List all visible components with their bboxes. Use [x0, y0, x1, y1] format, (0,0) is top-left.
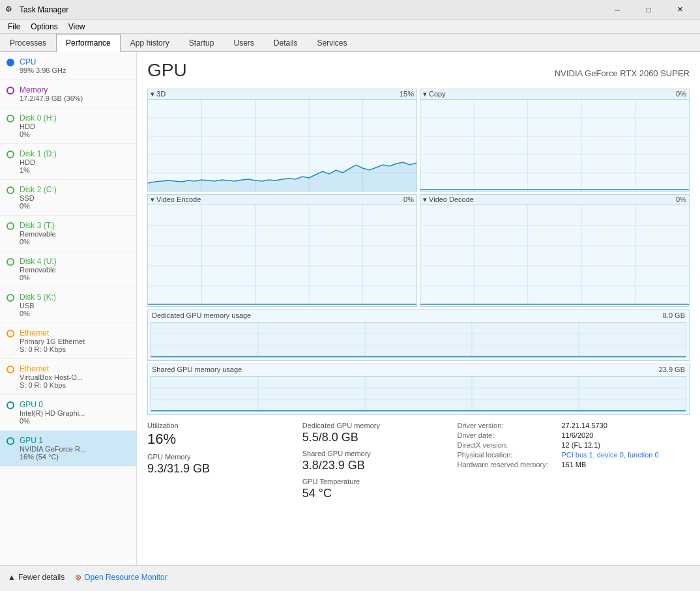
disk1-dot — [7, 151, 14, 158]
gpu-model: NVIDIA GeForce RTX 2060 SUPER — [555, 68, 690, 78]
chart-video-decode-header: ▾ Video Decode 0% — [420, 195, 689, 205]
footer: ▲ Fewer details ⊗ Open Resource Monitor — [0, 565, 700, 588]
chart-3d: ▾ 3D 15% — [147, 89, 417, 192]
sidebar-item-disk2[interactable]: Disk 2 (C:) SSD 0% — [0, 180, 136, 216]
maximize-button[interactable]: □ — [634, 0, 664, 20]
chart-copy-label: ▾ Copy — [423, 90, 446, 98]
disk5-label: Disk 5 (K:) — [20, 293, 130, 302]
svg-marker-8 — [148, 162, 416, 191]
chart-copy-svg — [420, 100, 689, 191]
gpu-title: GPU — [147, 60, 187, 81]
stats-row: Utilization 16% GPU Memory 9.3/31.9 GB D… — [147, 422, 690, 500]
disk5-val: 0% — [20, 310, 130, 317]
hw-reserved-mem-value: 161 MB — [561, 461, 586, 468]
memory-dot — [7, 87, 14, 94]
detail-panel: GPU NVIDIA GeForce RTX 2060 SUPER ▾ 3D 1… — [137, 52, 700, 565]
cpu-sub: 99% 3.98 GHz — [20, 66, 130, 74]
sidebar-item-eth0[interactable]: Ethernet Primary 1G Ethernet S: 0 R: 0 K… — [0, 323, 136, 359]
charts-grid: ▾ 3D 15% — [147, 89, 690, 307]
sidebar-item-disk3[interactable]: Disk 3 (T:) Removable 0% — [0, 216, 136, 252]
resource-monitor-icon: ⊗ — [75, 573, 81, 582]
fewer-details-label: Fewer details — [18, 573, 65, 582]
tab-bar: Processes Performance App history Startu… — [0, 34, 700, 52]
hw-reserved-mem-label: Hardware reserved memory: — [457, 461, 561, 468]
chevron-down-icon: ▲ — [8, 573, 16, 582]
dedicated-gpu-mem-bar — [151, 322, 686, 358]
menu-options[interactable]: Options — [25, 21, 63, 33]
disk0-type: HDD — [20, 123, 130, 130]
sidebar-item-memory[interactable]: Memory 17.2/47.9 GB (36%) — [0, 80, 136, 108]
stats-info: Driver version: 27.21.14.5730 Driver dat… — [457, 422, 690, 500]
chart-3d-label: ▾ 3D — [151, 90, 166, 98]
gpu1-type: NVIDIA GeForce R... — [20, 445, 130, 453]
tab-services[interactable]: Services — [308, 34, 357, 52]
tab-users[interactable]: Users — [224, 34, 263, 52]
fewer-details-button[interactable]: ▲ Fewer details — [8, 573, 65, 582]
directx-version-label: DirectX version: — [457, 441, 561, 449]
gpu0-info: GPU 0 Intel(R) HD Graphi... 0% — [20, 400, 130, 425]
shared-gpu-mem-label: Shared GPU memory usage — [152, 366, 242, 373]
disk0-info: Disk 0 (H:) HDD 0% — [20, 113, 130, 138]
eth0-type: Primary 1G Ethernet — [20, 338, 130, 345]
chart-video-encode-percent: 0% — [403, 195, 414, 204]
menu-bar: File Options View — [0, 20, 700, 34]
tab-details[interactable]: Details — [264, 34, 308, 52]
driver-date-value: 11/6/2020 — [561, 431, 593, 439]
sidebar-item-disk4[interactable]: Disk 4 (U:) Removable 0% — [0, 252, 136, 287]
gpu1-val: 16% (54 °C) — [20, 453, 130, 461]
sidebar-item-disk0[interactable]: Disk 0 (H:) HDD 0% — [0, 108, 136, 144]
tab-performance[interactable]: Performance — [56, 34, 121, 52]
disk3-info: Disk 3 (T:) Removable 0% — [20, 221, 130, 246]
gpu0-val: 0% — [20, 417, 130, 425]
physical-location-value: PCI bus 1, device 0, function 0 — [561, 451, 658, 459]
disk5-type: USB — [20, 302, 130, 310]
temp-value: 54 °C — [302, 487, 458, 500]
memory-label: Memory — [20, 85, 130, 94]
minimize-button[interactable]: ─ — [602, 0, 632, 20]
gpu-header: GPU NVIDIA GeForce RTX 2060 SUPER — [147, 60, 690, 81]
chart-copy-percent: 0% — [676, 90, 686, 98]
shared-gpu-mem-header: Shared GPU memory usage 23.9 GB — [148, 364, 689, 375]
gpu0-type: Intel(R) HD Graphi... — [20, 409, 130, 417]
menu-file[interactable]: File — [3, 21, 25, 33]
disk1-label: Disk 1 (D:) — [20, 149, 130, 158]
directx-version-row: DirectX version: 12 (FL 12.1) — [457, 441, 690, 449]
memory-sub: 17.2/47.9 GB (36%) — [20, 94, 130, 102]
app-icon: ⚙ — [5, 5, 16, 15]
sidebar-item-disk5[interactable]: Disk 5 (K:) USB 0% — [0, 287, 136, 323]
gpu0-label: GPU 0 — [20, 400, 130, 409]
tab-startup[interactable]: Startup — [179, 34, 224, 52]
tab-apphistory[interactable]: App history — [121, 34, 179, 52]
menu-view[interactable]: View — [63, 21, 91, 33]
dedicated-mem-svg — [151, 323, 686, 357]
eth1-label: Ethernet — [20, 364, 130, 373]
main-content: CPU 99% 3.98 GHz Memory 17.2/47.9 GB (36… — [0, 52, 700, 565]
shared-gpu-mem-max: 23.9 GB — [659, 366, 685, 373]
close-button[interactable]: ✕ — [665, 0, 695, 20]
resource-monitor-link[interactable]: ⊗ Open Resource Monitor — [75, 573, 167, 582]
window-controls: ─ □ ✕ — [602, 0, 695, 20]
eth1-dot — [7, 366, 14, 373]
gpu1-dot — [7, 437, 14, 445]
sidebar-item-disk1[interactable]: Disk 1 (D:) HDD 1% — [0, 144, 136, 180]
sidebar-item-cpu[interactable]: CPU 99% 3.98 GHz — [0, 52, 136, 80]
tab-processes[interactable]: Processes — [0, 34, 56, 52]
directx-version-value: 12 (FL 12.1) — [561, 441, 600, 449]
sidebar-item-gpu0[interactable]: GPU 0 Intel(R) HD Graphi... 0% — [0, 395, 136, 431]
dedicated-gpu-mem-max: 8.0 GB — [663, 311, 685, 319]
sidebar: CPU 99% 3.98 GHz Memory 17.2/47.9 GB (36… — [0, 52, 137, 565]
disk0-val: 0% — [20, 130, 130, 138]
chart-copy-area — [420, 100, 689, 191]
hw-reserved-mem-row: Hardware reserved memory: 161 MB — [457, 461, 690, 468]
sidebar-item-gpu1[interactable]: GPU 1 NVIDIA GeForce R... 16% (54 °C) — [0, 431, 136, 467]
disk5-dot — [7, 294, 14, 302]
disk4-type: Removable — [20, 266, 130, 274]
gpu0-dot — [7, 401, 14, 409]
eth1-val: S: 0 R: 0 Kbps — [20, 381, 130, 389]
app-title: Task Manager — [20, 5, 602, 14]
shared-gpu-mem-bar — [151, 376, 686, 412]
cpu-info: CPU 99% 3.98 GHz — [20, 57, 130, 74]
chart-video-decode-percent: 0% — [676, 195, 686, 204]
sidebar-item-eth1[interactable]: Ethernet VirtualBox Host-O... S: 0 R: 0 … — [0, 359, 136, 395]
gpu1-label: GPU 1 — [20, 436, 130, 445]
